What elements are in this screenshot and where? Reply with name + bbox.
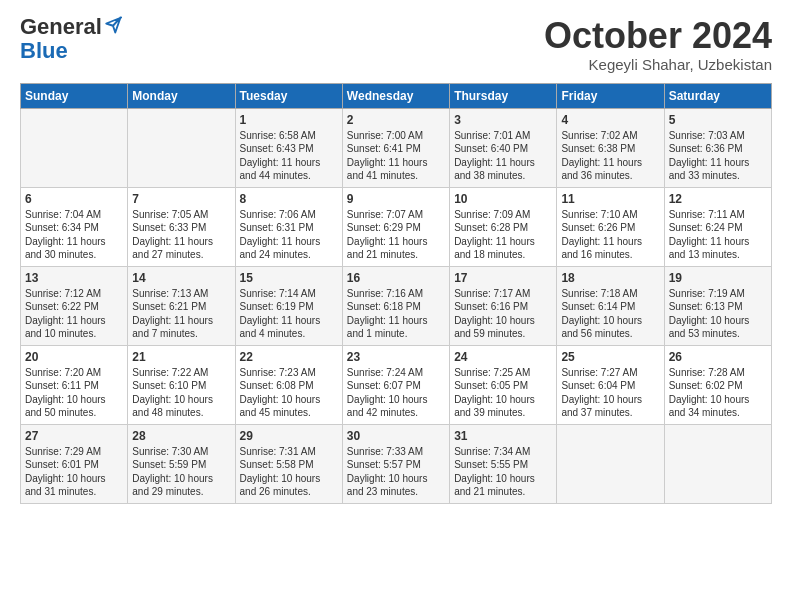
location: Kegeyli Shahar, Uzbekistan: [544, 56, 772, 73]
month-title: October 2024: [544, 16, 772, 56]
day-number: 27: [25, 429, 123, 443]
day-number: 16: [347, 271, 445, 285]
day-cell: 13Sunrise: 7:12 AM Sunset: 6:22 PM Dayli…: [21, 266, 128, 345]
header-cell-wednesday: Wednesday: [342, 83, 449, 108]
day-info: Sunrise: 7:24 AM Sunset: 6:07 PM Dayligh…: [347, 366, 445, 420]
day-info: Sunrise: 7:17 AM Sunset: 6:16 PM Dayligh…: [454, 287, 552, 341]
day-cell: 12Sunrise: 7:11 AM Sunset: 6:24 PM Dayli…: [664, 187, 771, 266]
day-number: 10: [454, 192, 552, 206]
logo: General Blue: [20, 16, 122, 64]
day-number: 18: [561, 271, 659, 285]
day-number: 12: [669, 192, 767, 206]
day-cell: 1Sunrise: 6:58 AM Sunset: 6:43 PM Daylig…: [235, 108, 342, 187]
day-number: 15: [240, 271, 338, 285]
day-info: Sunrise: 7:27 AM Sunset: 6:04 PM Dayligh…: [561, 366, 659, 420]
day-info: Sunrise: 7:16 AM Sunset: 6:18 PM Dayligh…: [347, 287, 445, 341]
day-info: Sunrise: 7:14 AM Sunset: 6:19 PM Dayligh…: [240, 287, 338, 341]
header: General Blue October 2024 Kegeyli Shahar…: [20, 16, 772, 73]
day-number: 6: [25, 192, 123, 206]
day-info: Sunrise: 7:20 AM Sunset: 6:11 PM Dayligh…: [25, 366, 123, 420]
header-cell-monday: Monday: [128, 83, 235, 108]
day-info: Sunrise: 7:19 AM Sunset: 6:13 PM Dayligh…: [669, 287, 767, 341]
day-info: Sunrise: 7:23 AM Sunset: 6:08 PM Dayligh…: [240, 366, 338, 420]
week-row-3: 13Sunrise: 7:12 AM Sunset: 6:22 PM Dayli…: [21, 266, 772, 345]
day-cell: 22Sunrise: 7:23 AM Sunset: 6:08 PM Dayli…: [235, 345, 342, 424]
day-number: 31: [454, 429, 552, 443]
day-number: 20: [25, 350, 123, 364]
day-number: 22: [240, 350, 338, 364]
day-number: 4: [561, 113, 659, 127]
day-number: 5: [669, 113, 767, 127]
day-number: 28: [132, 429, 230, 443]
header-cell-friday: Friday: [557, 83, 664, 108]
logo-bird-icon: [104, 16, 122, 34]
title-area: October 2024 Kegeyli Shahar, Uzbekistan: [544, 16, 772, 73]
day-info: Sunrise: 7:10 AM Sunset: 6:26 PM Dayligh…: [561, 208, 659, 262]
day-number: 11: [561, 192, 659, 206]
day-cell: 14Sunrise: 7:13 AM Sunset: 6:21 PM Dayli…: [128, 266, 235, 345]
day-number: 24: [454, 350, 552, 364]
day-cell: 6Sunrise: 7:04 AM Sunset: 6:34 PM Daylig…: [21, 187, 128, 266]
logo-blue-text: Blue: [20, 38, 68, 64]
day-number: 25: [561, 350, 659, 364]
day-number: 21: [132, 350, 230, 364]
week-row-1: 1Sunrise: 6:58 AM Sunset: 6:43 PM Daylig…: [21, 108, 772, 187]
day-info: Sunrise: 7:22 AM Sunset: 6:10 PM Dayligh…: [132, 366, 230, 420]
day-cell: 19Sunrise: 7:19 AM Sunset: 6:13 PM Dayli…: [664, 266, 771, 345]
day-cell: [557, 424, 664, 503]
day-info: Sunrise: 7:31 AM Sunset: 5:58 PM Dayligh…: [240, 445, 338, 499]
day-info: Sunrise: 7:05 AM Sunset: 6:33 PM Dayligh…: [132, 208, 230, 262]
day-info: Sunrise: 7:04 AM Sunset: 6:34 PM Dayligh…: [25, 208, 123, 262]
day-info: Sunrise: 7:28 AM Sunset: 6:02 PM Dayligh…: [669, 366, 767, 420]
day-number: 9: [347, 192, 445, 206]
day-info: Sunrise: 7:06 AM Sunset: 6:31 PM Dayligh…: [240, 208, 338, 262]
day-cell: 8Sunrise: 7:06 AM Sunset: 6:31 PM Daylig…: [235, 187, 342, 266]
day-cell: [128, 108, 235, 187]
day-cell: 3Sunrise: 7:01 AM Sunset: 6:40 PM Daylig…: [450, 108, 557, 187]
week-row-5: 27Sunrise: 7:29 AM Sunset: 6:01 PM Dayli…: [21, 424, 772, 503]
day-cell: 16Sunrise: 7:16 AM Sunset: 6:18 PM Dayli…: [342, 266, 449, 345]
day-number: 13: [25, 271, 123, 285]
day-info: Sunrise: 7:02 AM Sunset: 6:38 PM Dayligh…: [561, 129, 659, 183]
day-cell: 9Sunrise: 7:07 AM Sunset: 6:29 PM Daylig…: [342, 187, 449, 266]
day-info: Sunrise: 7:07 AM Sunset: 6:29 PM Dayligh…: [347, 208, 445, 262]
header-row: SundayMondayTuesdayWednesdayThursdayFrid…: [21, 83, 772, 108]
day-cell: [664, 424, 771, 503]
day-number: 29: [240, 429, 338, 443]
day-cell: [21, 108, 128, 187]
day-info: Sunrise: 7:25 AM Sunset: 6:05 PM Dayligh…: [454, 366, 552, 420]
day-number: 8: [240, 192, 338, 206]
week-row-4: 20Sunrise: 7:20 AM Sunset: 6:11 PM Dayli…: [21, 345, 772, 424]
day-number: 7: [132, 192, 230, 206]
header-cell-tuesday: Tuesday: [235, 83, 342, 108]
day-number: 19: [669, 271, 767, 285]
day-cell: 26Sunrise: 7:28 AM Sunset: 6:02 PM Dayli…: [664, 345, 771, 424]
week-row-2: 6Sunrise: 7:04 AM Sunset: 6:34 PM Daylig…: [21, 187, 772, 266]
day-cell: 23Sunrise: 7:24 AM Sunset: 6:07 PM Dayli…: [342, 345, 449, 424]
header-cell-sunday: Sunday: [21, 83, 128, 108]
day-number: 30: [347, 429, 445, 443]
day-number: 1: [240, 113, 338, 127]
day-info: Sunrise: 7:33 AM Sunset: 5:57 PM Dayligh…: [347, 445, 445, 499]
day-info: Sunrise: 6:58 AM Sunset: 6:43 PM Dayligh…: [240, 129, 338, 183]
day-cell: 7Sunrise: 7:05 AM Sunset: 6:33 PM Daylig…: [128, 187, 235, 266]
logo-general-text: General: [20, 16, 102, 38]
day-info: Sunrise: 7:34 AM Sunset: 5:55 PM Dayligh…: [454, 445, 552, 499]
day-cell: 24Sunrise: 7:25 AM Sunset: 6:05 PM Dayli…: [450, 345, 557, 424]
calendar-table: SundayMondayTuesdayWednesdayThursdayFrid…: [20, 83, 772, 504]
day-number: 23: [347, 350, 445, 364]
day-number: 14: [132, 271, 230, 285]
day-cell: 18Sunrise: 7:18 AM Sunset: 6:14 PM Dayli…: [557, 266, 664, 345]
header-cell-thursday: Thursday: [450, 83, 557, 108]
day-cell: 17Sunrise: 7:17 AM Sunset: 6:16 PM Dayli…: [450, 266, 557, 345]
day-cell: 27Sunrise: 7:29 AM Sunset: 6:01 PM Dayli…: [21, 424, 128, 503]
day-cell: 30Sunrise: 7:33 AM Sunset: 5:57 PM Dayli…: [342, 424, 449, 503]
day-cell: 31Sunrise: 7:34 AM Sunset: 5:55 PM Dayli…: [450, 424, 557, 503]
day-number: 3: [454, 113, 552, 127]
day-cell: 20Sunrise: 7:20 AM Sunset: 6:11 PM Dayli…: [21, 345, 128, 424]
day-cell: 15Sunrise: 7:14 AM Sunset: 6:19 PM Dayli…: [235, 266, 342, 345]
day-cell: 4Sunrise: 7:02 AM Sunset: 6:38 PM Daylig…: [557, 108, 664, 187]
day-info: Sunrise: 7:12 AM Sunset: 6:22 PM Dayligh…: [25, 287, 123, 341]
day-info: Sunrise: 7:03 AM Sunset: 6:36 PM Dayligh…: [669, 129, 767, 183]
day-number: 26: [669, 350, 767, 364]
